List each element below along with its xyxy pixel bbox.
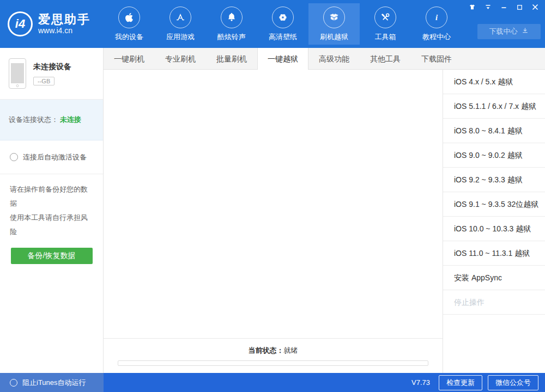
bottom-bar: 阻止iTunes自动运行 V7.73 检查更新 微信公众号 (0, 373, 545, 392)
menu-item-ios511-6-7[interactable]: iOS 5.1.1 / 6.x / 7.x 越狱 (443, 94, 545, 119)
current-status: 当前状态：就绪 (249, 346, 298, 356)
phone-home-button (16, 84, 19, 87)
menu-item-ios10[interactable]: iOS 10.0 ~ 10.3.3 越狱 (443, 217, 545, 241)
close-icon[interactable] (531, 3, 540, 11)
title-bar: i4 爱思助手 www.i4.cn 我的设备 应用游戏 (0, 0, 545, 48)
i4-logo-icon: i4 (8, 11, 33, 36)
device-info-card: 未连接设备 --GB (0, 48, 103, 100)
status-panel: 当前状态：就绪 (104, 338, 443, 373)
phone-screen (11, 63, 24, 83)
nav-item-apps-games[interactable]: 应用游戏 (155, 0, 206, 48)
nav-label: 应用游戏 (166, 32, 195, 42)
phone-icon (9, 58, 26, 89)
check-update-button[interactable]: 检查更新 (439, 375, 482, 390)
nav-label: 酷炫铃声 (217, 32, 246, 42)
nav-item-my-devices[interactable]: 我的设备 (104, 0, 155, 48)
main-nav: 我的设备 应用游戏 酷炫铃声 高清壁纸 (104, 0, 462, 48)
nav-item-ringtones[interactable]: 酷炫铃声 (206, 0, 257, 48)
menu-item-ios9-902[interactable]: iOS 9.0 ~ 9.0.2 越狱 (443, 143, 545, 168)
device-sidebar: 未连接设备 --GB 设备连接状态： 未连接 连接后自动激活设备 请在操作前备份… (0, 48, 104, 373)
tab-one-click-jailbreak[interactable]: 一键越狱 (257, 48, 308, 70)
current-status-label: 当前状态： (249, 346, 284, 354)
svg-text:i: i (435, 13, 438, 22)
app-window: i4 爱思助手 www.i4.cn 我的设备 应用游戏 (0, 0, 545, 392)
tab-download-firmware[interactable]: 下载固件 (411, 48, 462, 69)
bottom-bar-right: V7.73 检查更新 微信公众号 (104, 373, 545, 392)
wechat-account-button[interactable]: 微信公众号 (488, 375, 538, 390)
maximize-icon[interactable] (515, 3, 524, 11)
empty-canvas (104, 70, 443, 338)
radio-icon[interactable] (10, 153, 18, 161)
backup-warning-text: 请在操作前备份好您的数据 使用本工具请自行承担风险 (0, 174, 103, 243)
menu-item-ios8[interactable]: iOS 8.0 ~ 8.4.1 越狱 (443, 119, 545, 143)
apple-icon (118, 7, 140, 28)
menu-item-ios4-5[interactable]: iOS 4.x / 5.x 越狱 (443, 70, 545, 94)
connection-status-value: 未连接 (60, 115, 81, 125)
download-center-label: 下载中心 (489, 27, 518, 36)
app-url: www.i4.cn (38, 26, 90, 35)
download-icon (521, 27, 529, 36)
nav-label: 刷机越狱 (320, 32, 348, 42)
nav-item-tutorials[interactable]: i 教程中心 (411, 0, 462, 48)
radio-icon[interactable] (10, 379, 17, 387)
tab-pro-flash[interactable]: 专业刷机 (155, 48, 206, 69)
app-name: 爱思助手 (38, 13, 90, 26)
flower-icon (272, 7, 294, 28)
tab-advanced-features[interactable]: 高级功能 (308, 48, 360, 69)
current-status-value: 就绪 (284, 346, 298, 354)
jailbreak-workspace: 当前状态：就绪 (104, 70, 443, 373)
jailbreak-menu: iOS 4.x / 5.x 越狱 iOS 5.1.1 / 6.x / 7.x 越… (443, 70, 545, 373)
version-label: V7.73 (411, 378, 430, 387)
appstore-icon (169, 7, 191, 28)
menu-item-ios11[interactable]: iOS 11.0 ~ 11.3.1 越狱 (443, 241, 545, 266)
menu-item-ios91-935-32bit[interactable]: iOS 9.1 ~ 9.3.5 32位越狱 (443, 192, 545, 217)
nav-item-flash-jailbreak[interactable]: 刷机越狱 (308, 0, 360, 48)
block-itunes-label: 阻止iTunes自动运行 (22, 378, 86, 388)
content-area: 一键刷机 专业刷机 批量刷机 一键越狱 高级功能 其他工具 下载固件 当前状态：… (104, 48, 545, 373)
backup-restore-button[interactable]: 备份/恢复数据 (11, 248, 93, 264)
app-logo: i4 爱思助手 www.i4.cn (0, 0, 104, 48)
window-controls (468, 3, 540, 11)
tab-one-click-flash[interactable]: 一键刷机 (104, 48, 155, 69)
block-itunes-option[interactable]: 阻止iTunes自动运行 (0, 373, 104, 392)
nav-item-toolbox[interactable]: 工具箱 (360, 0, 411, 48)
menu-arrow-icon[interactable] (483, 3, 492, 11)
auto-activate-option[interactable]: 连接后自动激活设备 (0, 140, 103, 174)
nav-label: 教程中心 (422, 32, 451, 42)
nav-label: 我的设备 (115, 32, 143, 42)
nav-label: 工具箱 (375, 32, 396, 42)
connection-status-panel: 设备连接状态： 未连接 (0, 100, 103, 140)
warning-line: 使用本工具请自行承担风险 (10, 211, 93, 239)
tab-batch-flash[interactable]: 批量刷机 (206, 48, 257, 69)
tools-icon (374, 7, 396, 28)
connection-status-label: 设备连接状态： (9, 115, 58, 125)
menu-item-ios92-933[interactable]: iOS 9.2 ~ 9.3.3 越狱 (443, 168, 545, 192)
bell-icon (221, 7, 243, 28)
jailbreak-content: 当前状态：就绪 iOS 4.x / 5.x 越狱 iOS 5.1.1 / 6.x… (104, 70, 545, 373)
menu-item-install-appsync[interactable]: 安装 AppSync (443, 266, 545, 290)
auto-activate-label: 连接后自动激活设备 (23, 152, 87, 162)
menu-item-stop-operation: 停止操作 (443, 290, 545, 315)
progress-bar (118, 360, 428, 366)
warning-line: 请在操作前备份好您的数据 (10, 182, 93, 211)
download-center-button[interactable]: 下载中心 (477, 24, 541, 39)
tab-bar: 一键刷机 专业刷机 批量刷机 一键越狱 高级功能 其他工具 下载固件 (104, 48, 545, 70)
minimize-icon[interactable] (499, 3, 508, 11)
nav-label: 高清壁纸 (269, 32, 297, 42)
device-name: 未连接设备 (33, 62, 71, 72)
main-area: 未连接设备 --GB 设备连接状态： 未连接 连接后自动激活设备 请在操作前备份… (0, 48, 545, 373)
nav-item-wallpapers[interactable]: 高清壁纸 (257, 0, 308, 48)
tab-other-tools[interactable]: 其他工具 (360, 48, 411, 69)
theme-shirt-icon[interactable] (468, 3, 476, 11)
info-icon: i (426, 7, 447, 28)
device-capacity-badge: --GB (33, 77, 55, 85)
jailbreak-box-icon (323, 7, 345, 28)
